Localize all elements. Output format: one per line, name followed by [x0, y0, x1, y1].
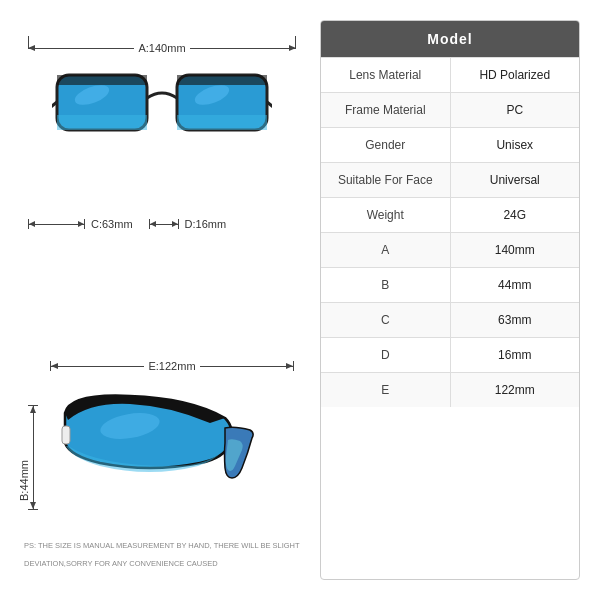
cell-right: Universal: [451, 163, 580, 197]
dim-d-label: D:16mm: [185, 218, 227, 230]
dim-e-arrow: E:122mm: [50, 360, 294, 372]
cell-left: C: [321, 303, 451, 337]
dim-a-arrow: A:140mm: [28, 42, 296, 54]
cell-left: A: [321, 233, 451, 267]
cell-left: B: [321, 268, 451, 302]
dim-c-label: C:63mm: [91, 218, 133, 230]
cell-right: Unisex: [451, 128, 580, 162]
svg-rect-8: [57, 115, 147, 130]
table-row: Frame Material PC: [321, 92, 579, 127]
cell-left: Lens Material: [321, 58, 451, 92]
glasses-front-view: [52, 60, 272, 164]
cell-right: 140mm: [451, 233, 580, 267]
cell-left: E: [321, 373, 451, 407]
cell-right: 63mm: [451, 303, 580, 337]
cell-left: D: [321, 338, 451, 372]
table-row: Suitable For Face Universal: [321, 162, 579, 197]
right-panel: Model Lens Material HD Polarized Frame M…: [320, 20, 580, 580]
cell-left: Gender: [321, 128, 451, 162]
dim-a-label: A:140mm: [134, 42, 189, 54]
glasses-side-view: [50, 378, 294, 502]
dim-b-label: B:44mm: [18, 460, 30, 501]
table-row: C 63mm: [321, 302, 579, 337]
svg-rect-9: [177, 115, 267, 130]
table-header: Model: [321, 21, 579, 57]
table-row: D 16mm: [321, 337, 579, 372]
cell-left: Suitable For Face: [321, 163, 451, 197]
table-row: A 140mm: [321, 232, 579, 267]
table-row: B 44mm: [321, 267, 579, 302]
table-body: Lens Material HD Polarized Frame Materia…: [321, 57, 579, 407]
cell-right: 122mm: [451, 373, 580, 407]
cell-left: Weight: [321, 198, 451, 232]
cell-right: 24G: [451, 198, 580, 232]
left-panel: A:140mm: [20, 20, 304, 580]
cell-right: HD Polarized: [451, 58, 580, 92]
ps-text: PS: THE SIZE IS MANUAL MEASUREMENT BY HA…: [24, 541, 299, 568]
svg-rect-11: [62, 426, 70, 444]
main-container: A:140mm: [0, 0, 600, 600]
dim-e-label: E:122mm: [144, 360, 199, 372]
svg-rect-6: [57, 75, 147, 85]
table-row: E 122mm: [321, 372, 579, 407]
cell-left: Frame Material: [321, 93, 451, 127]
dim-cd-row: C:63mm D:16mm: [28, 218, 226, 230]
cell-right: 16mm: [451, 338, 580, 372]
cell-right: 44mm: [451, 268, 580, 302]
table-row: Lens Material HD Polarized: [321, 57, 579, 92]
svg-rect-7: [177, 75, 267, 85]
ps-note: PS: THE SIZE IS MANUAL MEASUREMENT BY HA…: [24, 534, 300, 570]
side-diagram: E:122mm B:44mm: [20, 350, 304, 570]
table-row: Gender Unisex: [321, 127, 579, 162]
cell-right: PC: [451, 93, 580, 127]
table-row: Weight 24G: [321, 197, 579, 232]
top-diagram: A:140mm: [20, 30, 304, 240]
